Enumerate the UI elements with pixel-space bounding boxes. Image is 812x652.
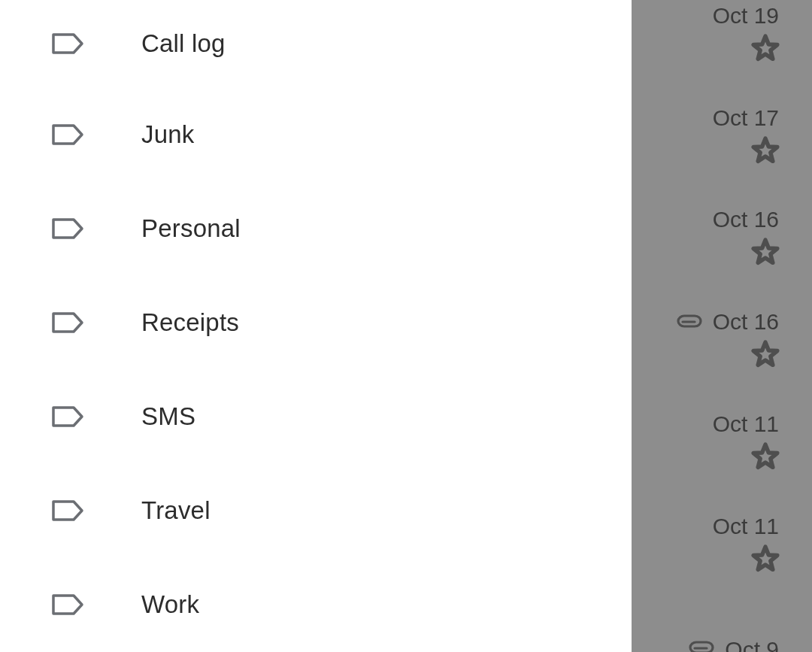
- label-icon: [0, 311, 141, 335]
- sidebar-item-work[interactable]: Work: [0, 558, 632, 652]
- attachment-icon: [677, 314, 702, 329]
- mail-row-peek: Oct 9: [689, 637, 779, 652]
- navigation-drawer: Call log Junk Personal Receipts: [0, 0, 632, 652]
- mail-date: Oct 9: [725, 637, 779, 652]
- sidebar-item-label: Work: [141, 590, 199, 619]
- attachment-icon: [689, 641, 714, 652]
- star-icon[interactable]: [750, 135, 780, 165]
- sidebar-item-personal[interactable]: Personal: [0, 181, 632, 275]
- mail-row: Oct 11: [632, 514, 812, 574]
- mail-row: Oct 11: [632, 411, 812, 472]
- mail-date: Oct 16: [713, 309, 779, 335]
- sidebar-item-label: Personal: [141, 214, 241, 243]
- sidebar-item-junk[interactable]: Junk: [0, 87, 632, 181]
- star-icon[interactable]: [750, 33, 780, 63]
- mail-date: Oct 17: [713, 105, 779, 131]
- mail-row: Oct 16: [632, 309, 812, 369]
- label-icon: [0, 123, 141, 147]
- star-icon[interactable]: [750, 544, 780, 574]
- sidebar-item-label: Receipts: [141, 308, 239, 337]
- mail-date: Oct 11: [713, 514, 779, 539]
- sidebar-item-sms[interactable]: SMS: [0, 370, 632, 464]
- mail-list-backdrop: Oct 19 Oct 17 Oct 16 Oct 16: [632, 0, 812, 652]
- sidebar-item-label: Travel: [141, 496, 211, 525]
- label-icon: [0, 217, 141, 241]
- sidebar-item-receipts[interactable]: Receipts: [0, 275, 632, 369]
- mail-date: Oct 16: [713, 207, 779, 232]
- label-icon: [0, 405, 141, 429]
- star-icon[interactable]: [750, 441, 780, 472]
- sidebar-item-call-log[interactable]: Call log: [0, 0, 632, 87]
- mail-date: Oct 11: [713, 411, 779, 437]
- sidebar-item-label: Call log: [141, 29, 226, 58]
- mail-row: Oct 16: [632, 207, 812, 267]
- sidebar-item-label: SMS: [141, 402, 195, 431]
- sidebar-item-travel[interactable]: Travel: [0, 464, 632, 558]
- mail-date: Oct 19: [713, 3, 779, 29]
- star-icon[interactable]: [750, 237, 780, 267]
- mail-row: Oct 19: [632, 3, 812, 63]
- mail-row: Oct 17: [632, 105, 812, 165]
- label-icon: [0, 499, 141, 523]
- sidebar-item-label: Junk: [141, 120, 195, 149]
- label-icon: [0, 593, 141, 617]
- star-icon[interactable]: [750, 339, 780, 369]
- label-icon: [0, 32, 141, 56]
